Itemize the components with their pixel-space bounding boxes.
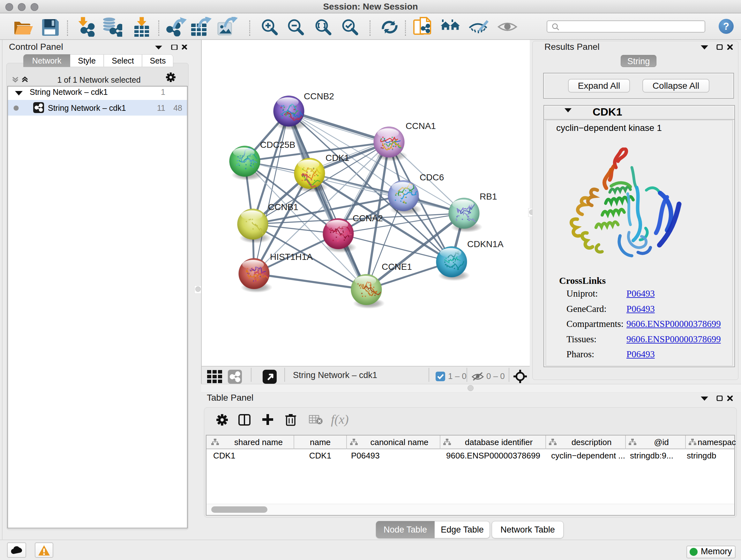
svg-text:CDKN1A: CDKN1A bbox=[467, 239, 503, 249]
svg-text:CDK1: CDK1 bbox=[326, 153, 349, 163]
svg-text:CDC25B: CDC25B bbox=[260, 140, 295, 150]
svg-text:RB1: RB1 bbox=[480, 192, 497, 201]
svg-text:CCNB2: CCNB2 bbox=[304, 91, 334, 101]
svg-text:CCNA2: CCNA2 bbox=[353, 213, 383, 223]
svg-text:HIST1H1A: HIST1H1A bbox=[270, 252, 313, 262]
svg-text:CCNB1: CCNB1 bbox=[268, 202, 298, 212]
svg-text:CDC6: CDC6 bbox=[420, 172, 444, 182]
svg-text:CCNA1: CCNA1 bbox=[406, 121, 436, 131]
svg-text:CCNE1: CCNE1 bbox=[382, 262, 412, 272]
